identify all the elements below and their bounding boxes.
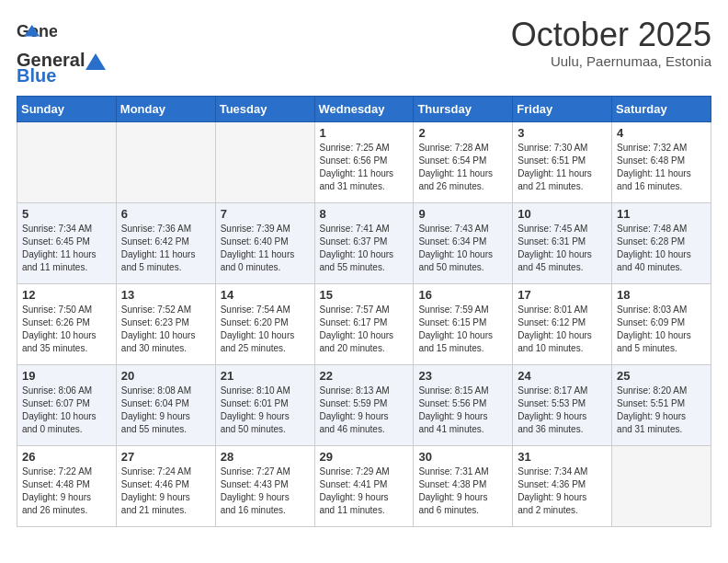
day-number: 15 bbox=[320, 288, 409, 302]
calendar-day-cell bbox=[116, 122, 215, 203]
calendar-day-cell: 19Sunrise: 8:06 AM Sunset: 6:07 PM Dayli… bbox=[17, 365, 117, 446]
day-number: 29 bbox=[320, 450, 409, 464]
calendar-day-cell: 14Sunrise: 7:54 AM Sunset: 6:20 PM Dayli… bbox=[215, 284, 314, 365]
day-info: Sunrise: 8:10 AM Sunset: 6:01 PM Dayligh… bbox=[221, 385, 310, 436]
day-info: Sunrise: 8:17 AM Sunset: 5:53 PM Dayligh… bbox=[518, 385, 607, 436]
logo-icon: General bbox=[17, 17, 57, 50]
calendar-week-row: 5Sunrise: 7:34 AM Sunset: 6:45 PM Daylig… bbox=[17, 203, 711, 284]
day-info: Sunrise: 7:22 AM Sunset: 4:48 PM Dayligh… bbox=[22, 465, 111, 517]
location-text: Uulu, Paernumaa, Estonia bbox=[511, 53, 711, 69]
calendar-day-cell: 31Sunrise: 7:34 AM Sunset: 4:36 PM Dayli… bbox=[513, 446, 612, 527]
day-info: Sunrise: 7:29 AM Sunset: 4:41 PM Dayligh… bbox=[320, 465, 409, 517]
month-year-heading: October 2025 bbox=[511, 17, 711, 53]
calendar-day-cell: 7Sunrise: 7:39 AM Sunset: 6:40 PM Daylig… bbox=[215, 203, 314, 284]
day-number: 25 bbox=[617, 369, 706, 383]
day-number: 4 bbox=[617, 126, 706, 140]
day-info: Sunrise: 7:52 AM Sunset: 6:23 PM Dayligh… bbox=[121, 304, 210, 355]
day-info: Sunrise: 7:41 AM Sunset: 6:37 PM Dayligh… bbox=[320, 223, 409, 274]
day-number: 12 bbox=[22, 288, 111, 302]
day-info: Sunrise: 7:30 AM Sunset: 6:51 PM Dayligh… bbox=[518, 142, 607, 193]
calendar-day-cell: 25Sunrise: 8:20 AM Sunset: 5:51 PM Dayli… bbox=[612, 365, 711, 446]
day-info: Sunrise: 7:24 AM Sunset: 4:46 PM Dayligh… bbox=[121, 465, 210, 517]
day-info: Sunrise: 7:32 AM Sunset: 6:48 PM Dayligh… bbox=[617, 142, 706, 193]
calendar-day-cell: 4Sunrise: 7:32 AM Sunset: 6:48 PM Daylig… bbox=[612, 122, 711, 203]
calendar-day-cell: 23Sunrise: 8:15 AM Sunset: 5:56 PM Dayli… bbox=[414, 365, 513, 446]
day-number: 16 bbox=[418, 288, 507, 302]
day-number: 14 bbox=[221, 288, 310, 302]
day-info: Sunrise: 7:27 AM Sunset: 4:43 PM Dayligh… bbox=[221, 465, 310, 517]
day-number: 17 bbox=[518, 288, 607, 302]
day-number: 1 bbox=[320, 126, 409, 140]
day-info: Sunrise: 7:50 AM Sunset: 6:26 PM Dayligh… bbox=[22, 304, 111, 355]
day-of-week-header: Thursday bbox=[414, 97, 513, 122]
day-number: 10 bbox=[518, 207, 607, 221]
calendar-day-cell: 30Sunrise: 7:31 AM Sunset: 4:38 PM Dayli… bbox=[414, 446, 513, 527]
day-of-week-header: Tuesday bbox=[215, 97, 314, 122]
logo-blue-text: Blue bbox=[17, 65, 56, 86]
day-number: 20 bbox=[121, 369, 210, 383]
calendar-day-cell: 20Sunrise: 8:08 AM Sunset: 6:04 PM Dayli… bbox=[116, 365, 215, 446]
day-number: 26 bbox=[22, 450, 111, 464]
day-number: 31 bbox=[518, 450, 607, 464]
svg-text:General: General bbox=[17, 22, 57, 40]
day-info: Sunrise: 7:31 AM Sunset: 4:38 PM Dayligh… bbox=[418, 465, 507, 517]
calendar-day-cell: 3Sunrise: 7:30 AM Sunset: 6:51 PM Daylig… bbox=[513, 122, 612, 203]
day-number: 22 bbox=[320, 369, 409, 383]
day-number: 8 bbox=[320, 207, 409, 221]
calendar-day-cell: 13Sunrise: 7:52 AM Sunset: 6:23 PM Dayli… bbox=[116, 284, 215, 365]
day-number: 2 bbox=[418, 126, 507, 140]
calendar-day-cell: 27Sunrise: 7:24 AM Sunset: 4:46 PM Dayli… bbox=[116, 446, 215, 527]
calendar-week-row: 1Sunrise: 7:25 AM Sunset: 6:56 PM Daylig… bbox=[17, 122, 711, 203]
day-info: Sunrise: 7:36 AM Sunset: 6:42 PM Dayligh… bbox=[121, 223, 210, 274]
day-info: Sunrise: 8:15 AM Sunset: 5:56 PM Dayligh… bbox=[418, 385, 507, 436]
calendar-day-cell: 12Sunrise: 7:50 AM Sunset: 6:26 PM Dayli… bbox=[17, 284, 117, 365]
day-number: 11 bbox=[617, 207, 706, 221]
day-number: 6 bbox=[121, 207, 210, 221]
day-number: 21 bbox=[221, 369, 310, 383]
calendar-day-cell: 22Sunrise: 8:13 AM Sunset: 5:59 PM Dayli… bbox=[314, 365, 414, 446]
day-number: 7 bbox=[221, 207, 310, 221]
calendar-day-cell: 11Sunrise: 7:48 AM Sunset: 6:28 PM Dayli… bbox=[612, 203, 711, 284]
calendar-day-cell: 16Sunrise: 7:59 AM Sunset: 6:15 PM Dayli… bbox=[414, 284, 513, 365]
day-info: Sunrise: 7:34 AM Sunset: 4:36 PM Dayligh… bbox=[518, 465, 607, 517]
logo: General General Blue bbox=[17, 17, 107, 86]
day-of-week-header: Sunday bbox=[17, 97, 117, 122]
calendar-week-row: 26Sunrise: 7:22 AM Sunset: 4:48 PM Dayli… bbox=[17, 446, 711, 527]
day-info: Sunrise: 7:57 AM Sunset: 6:17 PM Dayligh… bbox=[320, 304, 409, 355]
day-info: Sunrise: 7:28 AM Sunset: 6:54 PM Dayligh… bbox=[418, 142, 507, 193]
day-info: Sunrise: 8:13 AM Sunset: 5:59 PM Dayligh… bbox=[320, 385, 409, 436]
day-info: Sunrise: 8:01 AM Sunset: 6:12 PM Dayligh… bbox=[518, 304, 607, 355]
calendar-table: SundayMondayTuesdayWednesdayThursdayFrid… bbox=[17, 96, 711, 527]
day-info: Sunrise: 8:08 AM Sunset: 6:04 PM Dayligh… bbox=[121, 385, 210, 436]
title-block: October 2025 Uulu, Paernumaa, Estonia bbox=[511, 17, 711, 69]
logo-triangle-icon bbox=[85, 52, 106, 70]
calendar-day-cell: 9Sunrise: 7:43 AM Sunset: 6:34 PM Daylig… bbox=[414, 203, 513, 284]
day-info: Sunrise: 7:39 AM Sunset: 6:40 PM Dayligh… bbox=[221, 223, 310, 274]
svg-marker-2 bbox=[85, 53, 106, 70]
calendar-day-cell: 10Sunrise: 7:45 AM Sunset: 6:31 PM Dayli… bbox=[513, 203, 612, 284]
calendar-day-cell: 1Sunrise: 7:25 AM Sunset: 6:56 PM Daylig… bbox=[314, 122, 414, 203]
day-info: Sunrise: 8:06 AM Sunset: 6:07 PM Dayligh… bbox=[22, 385, 111, 436]
calendar-day-cell: 17Sunrise: 8:01 AM Sunset: 6:12 PM Dayli… bbox=[513, 284, 612, 365]
day-info: Sunrise: 8:20 AM Sunset: 5:51 PM Dayligh… bbox=[617, 385, 706, 436]
calendar-day-cell bbox=[215, 122, 314, 203]
day-number: 9 bbox=[418, 207, 507, 221]
day-number: 27 bbox=[121, 450, 210, 464]
day-info: Sunrise: 7:54 AM Sunset: 6:20 PM Dayligh… bbox=[221, 304, 310, 355]
calendar-day-cell: 18Sunrise: 8:03 AM Sunset: 6:09 PM Dayli… bbox=[612, 284, 711, 365]
day-number: 13 bbox=[121, 288, 210, 302]
page: General General Blue October 2025 Uulu, … bbox=[0, 0, 728, 538]
day-of-week-header: Wednesday bbox=[314, 97, 414, 122]
calendar-day-cell bbox=[612, 446, 711, 527]
calendar-day-cell: 2Sunrise: 7:28 AM Sunset: 6:54 PM Daylig… bbox=[414, 122, 513, 203]
day-of-week-header: Monday bbox=[116, 97, 215, 122]
day-info: Sunrise: 7:25 AM Sunset: 6:56 PM Dayligh… bbox=[320, 142, 409, 193]
day-info: Sunrise: 8:03 AM Sunset: 6:09 PM Dayligh… bbox=[617, 304, 706, 355]
calendar-week-row: 12Sunrise: 7:50 AM Sunset: 6:26 PM Dayli… bbox=[17, 284, 711, 365]
calendar-day-cell: 29Sunrise: 7:29 AM Sunset: 4:41 PM Dayli… bbox=[314, 446, 414, 527]
header: General General Blue October 2025 Uulu, … bbox=[17, 17, 711, 86]
calendar-day-cell: 24Sunrise: 8:17 AM Sunset: 5:53 PM Dayli… bbox=[513, 365, 612, 446]
calendar-day-cell: 26Sunrise: 7:22 AM Sunset: 4:48 PM Dayli… bbox=[17, 446, 117, 527]
day-number: 18 bbox=[617, 288, 706, 302]
calendar-day-cell: 5Sunrise: 7:34 AM Sunset: 6:45 PM Daylig… bbox=[17, 203, 117, 284]
